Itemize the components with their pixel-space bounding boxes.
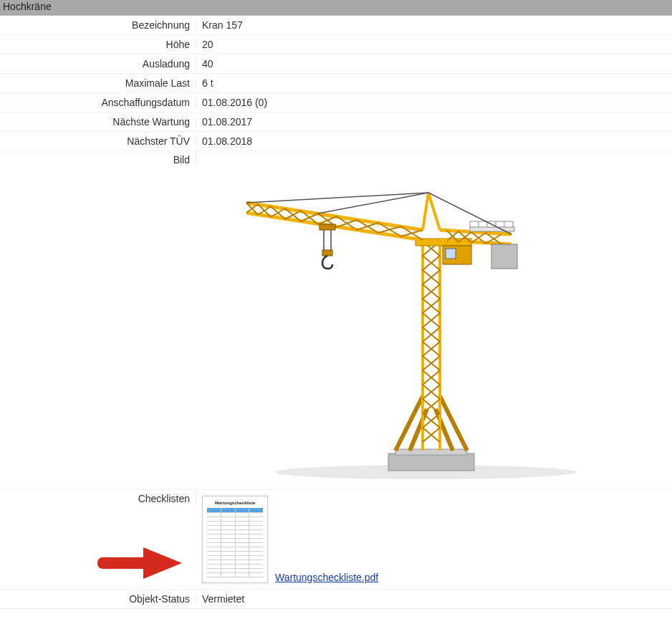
svg-rect-39 [446,249,456,259]
label-wartung: Nächste Wartung [0,116,196,128]
label-bezeichnung: Bezeichnung [0,19,196,31]
value-tuev: 01.08.2018 [196,135,252,147]
label-checklisten: Checklisten [0,490,196,504]
checklist-file-thumbnail[interactable]: Wartungscheckliste [202,496,268,583]
svg-rect-87 [322,250,332,256]
crane-icon [203,158,662,482]
section-title: Hochkräne [3,1,52,12]
field-row-ausladung: Ausladung 40 [0,54,672,74]
svg-line-59 [378,226,401,233]
svg-line-3 [395,396,423,451]
section-header: Hochkräne [0,0,672,16]
label-ausladung: Ausladung [0,58,196,69]
label-maxlast: Maximale Last [0,77,196,89]
value-maxlast: 6 t [196,77,213,89]
value-status: Vermietet [196,593,244,605]
field-row-checklisten: Checklisten Wartungscheckliste [0,490,672,590]
svg-line-55 [337,220,357,227]
label-tuev: Nächster TÜV [0,135,196,147]
svg-rect-84 [320,224,335,230]
field-row-hoehe: Höhe 20 [0,35,672,54]
svg-line-45 [258,206,271,215]
svg-line-51 [301,213,318,221]
svg-rect-2 [395,449,467,455]
value-checklisten: Wartungscheckliste [196,490,378,589]
svg-rect-80 [491,244,517,269]
value-bild [196,151,662,489]
svg-rect-1 [388,453,474,471]
svg-line-4 [440,396,467,451]
field-row-status: Objekt-Status Vermietet [0,590,672,609]
field-row-maxlast: Maximale Last 6 t [0,74,672,93]
checklist-file-link[interactable]: Wartungscheckliste.pdf [275,572,378,583]
thumbnail-title: Wartungscheckliste [207,501,263,505]
value-bezeichnung: Kran 157 [196,19,243,31]
svg-line-47 [271,208,285,217]
svg-rect-72 [470,227,514,231]
label-bild: Bild [0,151,196,165]
value-anschaffung: 01.08.2016 (0) [196,97,267,108]
field-row-bild: Bild [0,151,672,490]
svg-line-49 [285,211,301,219]
value-ausladung: 40 [196,58,213,69]
value-hoehe: 20 [196,39,213,50]
field-row-wartung: Nächste Wartung 01.08.2017 [0,112,672,132]
label-anschaffung: Anschaffungsdatum [0,97,196,108]
label-status: Objekt-Status [0,593,196,605]
field-row-tuev: Nächster TÜV 01.08.2018 [0,132,672,151]
thumbnail-table-icon [207,508,263,578]
svg-line-57 [357,223,378,230]
crane-image [203,158,662,482]
field-row-anschaffung: Anschaffungsdatum 01.08.2016 (0) [0,93,672,112]
field-row-bezeichnung: Bezeichnung Kran 157 [0,16,672,35]
label-hoehe: Höhe [0,39,196,50]
svg-line-61 [401,230,423,236]
value-wartung: 01.08.2017 [196,116,252,128]
svg-line-53 [318,216,337,224]
